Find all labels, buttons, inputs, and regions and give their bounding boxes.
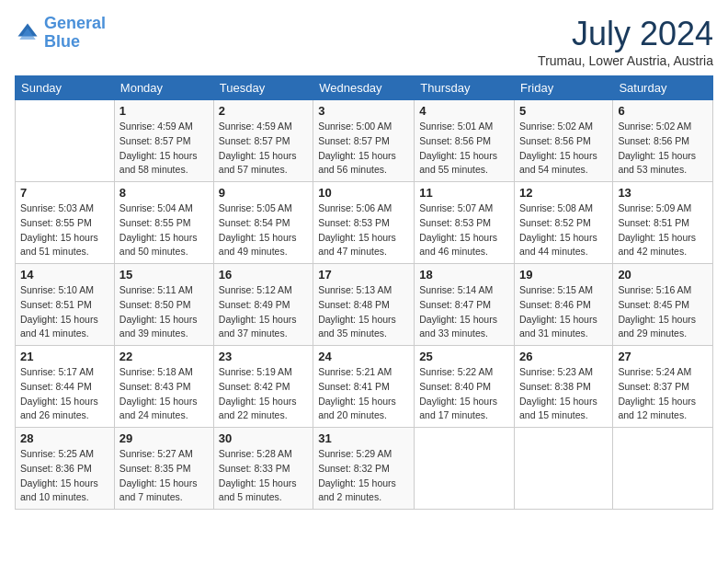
day-info: Sunrise: 5:22 AM Sunset: 8:40 PM Dayligh… <box>419 365 509 423</box>
calendar-day-cell: 4Sunrise: 5:01 AM Sunset: 8:56 PM Daylig… <box>415 100 515 182</box>
calendar-day-cell: 17Sunrise: 5:13 AM Sunset: 8:48 PM Dayli… <box>313 264 415 346</box>
location: Trumau, Lower Austria, Austria <box>538 53 713 68</box>
calendar-day-cell: 23Sunrise: 5:19 AM Sunset: 8:42 PM Dayli… <box>213 346 313 428</box>
day-number: 17 <box>318 268 409 282</box>
day-number: 30 <box>219 431 308 445</box>
day-number: 25 <box>419 350 509 363</box>
day-number: 2 <box>219 104 308 118</box>
day-info: Sunrise: 5:06 AM Sunset: 8:53 PM Dayligh… <box>318 201 409 259</box>
day-number: 29 <box>119 431 209 445</box>
calendar-header-row: SundayMondayTuesdayWednesdayThursdayFrid… <box>16 76 713 100</box>
day-number: 27 <box>618 350 708 363</box>
calendar-day-cell: 14Sunrise: 5:10 AM Sunset: 8:51 PM Dayli… <box>16 264 115 346</box>
calendar-day-cell <box>415 428 515 510</box>
day-number: 4 <box>419 104 509 118</box>
day-number: 18 <box>419 268 509 282</box>
day-of-week-header: Monday <box>114 76 213 100</box>
day-number: 11 <box>419 186 509 200</box>
day-number: 5 <box>519 104 608 118</box>
day-of-week-header: Thursday <box>415 76 515 100</box>
day-info: Sunrise: 5:08 AM Sunset: 8:52 PM Dayligh… <box>519 201 608 259</box>
day-number: 1 <box>119 104 209 118</box>
day-info: Sunrise: 5:15 AM Sunset: 8:46 PM Dayligh… <box>519 283 608 341</box>
calendar-day-cell: 5Sunrise: 5:02 AM Sunset: 8:56 PM Daylig… <box>515 100 613 182</box>
calendar-day-cell: 26Sunrise: 5:23 AM Sunset: 8:38 PM Dayli… <box>515 346 613 428</box>
day-number: 15 <box>119 268 209 282</box>
calendar-week-row: 7Sunrise: 5:03 AM Sunset: 8:55 PM Daylig… <box>16 182 713 264</box>
calendar-day-cell: 2Sunrise: 4:59 AM Sunset: 8:57 PM Daylig… <box>213 100 313 182</box>
day-info: Sunrise: 5:02 AM Sunset: 8:56 PM Dayligh… <box>519 120 608 178</box>
calendar-day-cell: 25Sunrise: 5:22 AM Sunset: 8:40 PM Dayli… <box>415 346 515 428</box>
day-info: Sunrise: 5:03 AM Sunset: 8:55 PM Dayligh… <box>20 201 109 259</box>
page-header: General Blue July 2024 Trumau, Lower Aus… <box>15 15 713 68</box>
day-number: 8 <box>119 186 209 200</box>
day-info: Sunrise: 5:27 AM Sunset: 8:35 PM Dayligh… <box>119 447 209 505</box>
calendar-day-cell <box>16 100 115 182</box>
day-number: 19 <box>519 268 608 282</box>
day-info: Sunrise: 5:11 AM Sunset: 8:50 PM Dayligh… <box>119 283 209 341</box>
day-info: Sunrise: 5:14 AM Sunset: 8:47 PM Dayligh… <box>419 283 509 341</box>
day-info: Sunrise: 5:02 AM Sunset: 8:56 PM Dayligh… <box>618 120 708 178</box>
calendar-day-cell: 11Sunrise: 5:07 AM Sunset: 8:53 PM Dayli… <box>415 182 515 264</box>
calendar-day-cell <box>515 428 613 510</box>
day-number: 20 <box>618 268 708 282</box>
calendar-day-cell: 28Sunrise: 5:25 AM Sunset: 8:36 PM Dayli… <box>16 428 115 510</box>
calendar-day-cell: 24Sunrise: 5:21 AM Sunset: 8:41 PM Dayli… <box>313 346 415 428</box>
day-info: Sunrise: 5:24 AM Sunset: 8:37 PM Dayligh… <box>618 365 708 423</box>
day-info: Sunrise: 5:07 AM Sunset: 8:53 PM Dayligh… <box>419 201 509 259</box>
day-info: Sunrise: 5:16 AM Sunset: 8:45 PM Dayligh… <box>618 283 708 341</box>
day-info: Sunrise: 5:09 AM Sunset: 8:51 PM Dayligh… <box>618 201 708 259</box>
day-number: 13 <box>618 186 708 200</box>
day-info: Sunrise: 5:13 AM Sunset: 8:48 PM Dayligh… <box>318 283 409 341</box>
day-of-week-header: Sunday <box>16 76 115 100</box>
day-info: Sunrise: 4:59 AM Sunset: 8:57 PM Dayligh… <box>119 120 209 178</box>
calendar-day-cell: 6Sunrise: 5:02 AM Sunset: 8:56 PM Daylig… <box>613 100 713 182</box>
day-number: 7 <box>20 186 109 200</box>
day-number: 14 <box>20 268 109 282</box>
day-info: Sunrise: 5:28 AM Sunset: 8:33 PM Dayligh… <box>219 447 308 505</box>
calendar-day-cell: 10Sunrise: 5:06 AM Sunset: 8:53 PM Dayli… <box>313 182 415 264</box>
logo-general: General <box>44 14 106 32</box>
logo: General Blue <box>15 15 106 52</box>
calendar-day-cell: 3Sunrise: 5:00 AM Sunset: 8:57 PM Daylig… <box>313 100 415 182</box>
logo-blue: Blue <box>44 32 80 51</box>
day-number: 21 <box>20 350 109 363</box>
calendar-day-cell: 30Sunrise: 5:28 AM Sunset: 8:33 PM Dayli… <box>213 428 313 510</box>
calendar-day-cell: 8Sunrise: 5:04 AM Sunset: 8:55 PM Daylig… <box>114 182 213 264</box>
calendar-day-cell: 20Sunrise: 5:16 AM Sunset: 8:45 PM Dayli… <box>613 264 713 346</box>
calendar-week-row: 28Sunrise: 5:25 AM Sunset: 8:36 PM Dayli… <box>16 428 713 510</box>
calendar-day-cell: 12Sunrise: 5:08 AM Sunset: 8:52 PM Dayli… <box>515 182 613 264</box>
calendar-day-cell: 19Sunrise: 5:15 AM Sunset: 8:46 PM Dayli… <box>515 264 613 346</box>
day-number: 24 <box>318 350 409 363</box>
day-number: 22 <box>119 350 209 363</box>
calendar-day-cell: 21Sunrise: 5:17 AM Sunset: 8:44 PM Dayli… <box>16 346 115 428</box>
day-info: Sunrise: 5:21 AM Sunset: 8:41 PM Dayligh… <box>318 365 409 423</box>
day-number: 16 <box>219 268 308 282</box>
calendar-day-cell: 7Sunrise: 5:03 AM Sunset: 8:55 PM Daylig… <box>16 182 115 264</box>
calendar-day-cell: 16Sunrise: 5:12 AM Sunset: 8:49 PM Dayli… <box>213 264 313 346</box>
calendar-day-cell: 1Sunrise: 4:59 AM Sunset: 8:57 PM Daylig… <box>114 100 213 182</box>
calendar-day-cell <box>613 428 713 510</box>
day-of-week-header: Wednesday <box>313 76 415 100</box>
logo-icon <box>15 20 40 46</box>
day-info: Sunrise: 5:18 AM Sunset: 8:43 PM Dayligh… <box>119 365 209 423</box>
calendar-day-cell: 31Sunrise: 5:29 AM Sunset: 8:32 PM Dayli… <box>313 428 415 510</box>
day-info: Sunrise: 5:17 AM Sunset: 8:44 PM Dayligh… <box>20 365 109 423</box>
day-info: Sunrise: 5:00 AM Sunset: 8:57 PM Dayligh… <box>318 120 409 178</box>
day-info: Sunrise: 5:19 AM Sunset: 8:42 PM Dayligh… <box>219 365 308 423</box>
calendar-day-cell: 27Sunrise: 5:24 AM Sunset: 8:37 PM Dayli… <box>613 346 713 428</box>
day-of-week-header: Friday <box>515 76 613 100</box>
day-info: Sunrise: 5:25 AM Sunset: 8:36 PM Dayligh… <box>20 447 109 505</box>
day-info: Sunrise: 5:05 AM Sunset: 8:54 PM Dayligh… <box>219 201 308 259</box>
month-title: July 2024 <box>538 15 713 53</box>
day-info: Sunrise: 5:12 AM Sunset: 8:49 PM Dayligh… <box>219 283 308 341</box>
day-info: Sunrise: 4:59 AM Sunset: 8:57 PM Dayligh… <box>219 120 308 178</box>
day-number: 3 <box>318 104 409 118</box>
calendar-table: SundayMondayTuesdayWednesdayThursdayFrid… <box>15 75 713 510</box>
calendar-day-cell: 29Sunrise: 5:27 AM Sunset: 8:35 PM Dayli… <box>114 428 213 510</box>
day-number: 12 <box>519 186 608 200</box>
calendar-week-row: 21Sunrise: 5:17 AM Sunset: 8:44 PM Dayli… <box>16 346 713 428</box>
day-number: 9 <box>219 186 308 200</box>
day-info: Sunrise: 5:23 AM Sunset: 8:38 PM Dayligh… <box>519 365 608 423</box>
calendar-day-cell: 9Sunrise: 5:05 AM Sunset: 8:54 PM Daylig… <box>213 182 313 264</box>
